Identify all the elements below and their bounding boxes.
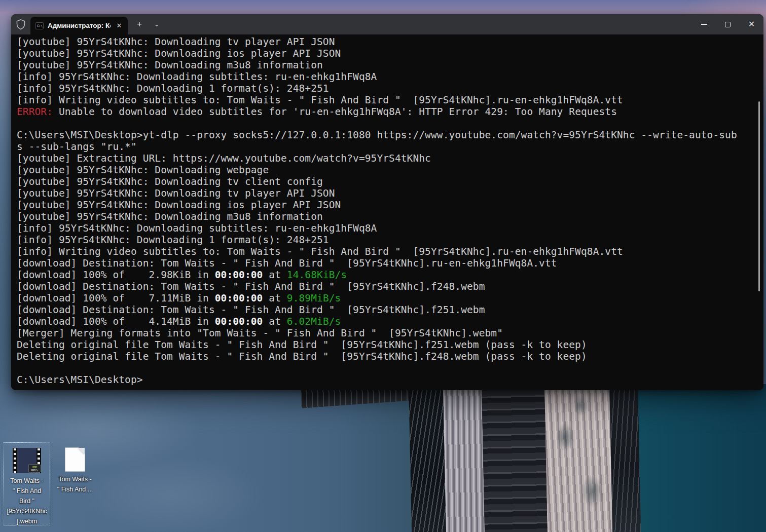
pier-dark-edge <box>609 381 641 532</box>
terminal-line: [youtube] 95YrS4tKNhc: Downloading m3u8 … <box>17 59 763 71</box>
terminal-line: [download] Destination: Tom Waits - " Fi… <box>17 257 763 269</box>
terminal-line: [youtube] 95YrS4tKNhc: Downloading tv pl… <box>17 36 763 48</box>
video-filmstrip-icon: »»» MPC-BE <box>13 448 41 473</box>
terminal-output: [youtube] 95YrS4tKNhc: Downloading tv pl… <box>17 36 763 386</box>
close-button[interactable]: ✕ <box>740 14 763 34</box>
icon-label: Tom Waits - " Fish And ... <box>52 474 98 495</box>
cmd-prompt-icon: C:\_ <box>35 22 44 29</box>
terminal-line: [youtube] 95YrS4tKNhc: Downloading ios p… <box>17 199 763 211</box>
terminal-line: [download] Destination: Tom Waits - " Fi… <box>17 281 763 292</box>
pier-wide-plank <box>544 381 612 532</box>
terminal-line: [info] 95YrS4tKNhc: Downloading subtitle… <box>17 222 763 234</box>
tab-dropdown-button[interactable]: ⌄ <box>148 14 165 34</box>
terminal-line <box>17 118 763 129</box>
maximize-icon <box>725 22 731 27</box>
desktop-icon-webm-video[interactable]: »»» MPC-BE Tom Waits - " Fish And Bird "… <box>4 442 50 525</box>
terminal-scrollbar[interactable] <box>758 101 760 291</box>
terminal-line: [download] Destination: Tom Waits - " Fi… <box>17 304 763 316</box>
desktop-icon-vtt-document[interactable]: Tom Waits - " Fish And ... <box>52 442 98 498</box>
window-titlebar[interactable]: C:\_ Администратор: Командная ✕ + ⌄ ✕ <box>11 14 763 34</box>
mpc-be-badge: »»» MPC-BE <box>28 464 41 473</box>
minimize-button[interactable] <box>692 14 716 34</box>
terminal-body[interactable]: [youtube] 95YrS4tKNhc: Downloading tv pl… <box>11 34 763 390</box>
filmstrip-sprockets-left <box>13 448 17 473</box>
terminal-line: [info] 95YrS4tKNhc: Downloading 1 format… <box>17 234 763 246</box>
terminal-line: ERROR: Unable to download video subtitle… <box>17 106 763 118</box>
pier-dark-rail <box>409 385 446 532</box>
admin-shield-icon <box>11 14 30 34</box>
terminal-line: [Merger] Merging formats into "Tom Waits… <box>17 327 763 339</box>
terminal-line: C:\Users\MSI\Desktop>yt-dlp --proxy sock… <box>17 129 763 141</box>
maximize-button[interactable] <box>716 14 740 34</box>
terminal-line: [download] 100% of 2.98KiB in 00:00:00 a… <box>17 269 763 281</box>
tab-command-prompt[interactable]: C:\_ Администратор: Командная ✕ <box>30 17 128 34</box>
terminal-line: [download] 100% of 4.14MiB in 00:00:00 a… <box>17 316 763 327</box>
desktop-background[interactable]: C:\_ Администратор: Командная ✕ + ⌄ ✕ [y… <box>0 0 766 532</box>
terminal-line: s --sub-langs "ru.*" <box>17 141 763 153</box>
new-tab-button[interactable]: + <box>131 14 148 34</box>
minimize-icon <box>701 24 707 25</box>
tab-title: Администратор: Командная <box>48 22 111 29</box>
document-page-icon <box>65 447 85 472</box>
pier-steps <box>482 383 548 532</box>
terminal-line: [youtube] 95YrS4tKNhc: Downloading tv pl… <box>17 187 763 199</box>
titlebar-drag-region[interactable] <box>165 14 692 34</box>
terminal-line: [info] 95YrS4tKNhc: Downloading subtitle… <box>17 71 763 83</box>
badge-arrows: »»» <box>29 465 40 469</box>
terminal-line: [youtube] 95YrS4tKNhc: Downloading m3u8 … <box>17 211 763 222</box>
icon-label: Tom Waits - " Fish And Bird " [95YrS4tKN… <box>4 476 50 526</box>
pier-light-rail <box>443 384 485 532</box>
terminal-line: [youtube] Extracting URL: https://www.yo… <box>17 153 763 164</box>
badge-name: MPC-BE <box>29 469 40 473</box>
terminal-line: Deleting original file Tom Waits - " Fis… <box>17 351 763 362</box>
terminal-line <box>17 362 763 374</box>
terminal-window: C:\_ Администратор: Командная ✕ + ⌄ ✕ [y… <box>11 14 763 390</box>
terminal-line: C:\Users\MSI\Desktop> <box>17 374 763 386</box>
terminal-line: Deleting original file Tom Waits - " Fis… <box>17 339 763 351</box>
terminal-line: [info] 95YrS4tKNhc: Downloading 1 format… <box>17 83 763 94</box>
terminal-line: [info] Writing video subtitles to: Tom W… <box>17 94 763 106</box>
close-icon: ✕ <box>748 20 755 28</box>
terminal-line: [youtube] 95YrS4tKNhc: Downloading tv cl… <box>17 176 763 187</box>
terminal-line: [youtube] 95YrS4tKNhc: Downloading webpa… <box>17 164 763 176</box>
terminal-line: [download] 100% of 7.11MiB in 00:00:00 a… <box>17 292 763 304</box>
wooden-pier <box>409 381 641 532</box>
tab-close-icon[interactable]: ✕ <box>115 21 124 30</box>
terminal-line: [info] Writing video subtitles to: Tom W… <box>17 246 763 257</box>
terminal-line: [youtube] 95YrS4tKNhc: Downloading ios p… <box>17 48 763 59</box>
